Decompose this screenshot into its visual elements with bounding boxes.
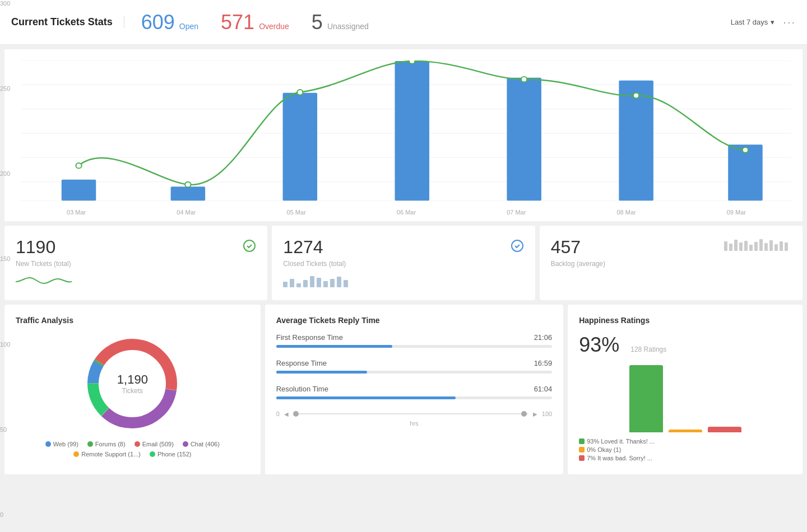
response-time-bar-bg	[276, 371, 552, 374]
reply-time-card: Average Tickets Reply Time First Respons…	[265, 305, 563, 474]
unassigned-stat: 5 Unassigned	[312, 11, 369, 34]
legend-web: Web (99)	[45, 441, 78, 447]
closed-tickets-label: Closed Tickets (total)	[283, 260, 346, 268]
legend-email: Email (509)	[134, 441, 174, 447]
time-filter[interactable]: Last 7 days ▾	[731, 18, 775, 26]
resolution-time-bar-fill	[276, 396, 456, 399]
chart-section: 300 250 200 150 100 50 0	[4, 49, 803, 221]
response-time-row: Response Time 16:59	[276, 359, 552, 374]
backlog-label: Backlog (average)	[551, 260, 605, 268]
svg-rect-21	[317, 278, 321, 287]
legend-loved: 93% Loved it. Thanks! ...	[579, 438, 791, 445]
donut-center: 1,190 Tickets	[117, 372, 148, 395]
svg-rect-37	[780, 241, 783, 251]
first-response-bar-fill	[276, 345, 392, 348]
svg-rect-23	[330, 279, 335, 287]
legend-email-dot	[134, 441, 140, 447]
resolution-time-row: Resolution Time 61:04	[276, 385, 552, 399]
svg-rect-11	[507, 78, 541, 201]
unassigned-label: Unassigned	[327, 22, 369, 31]
legend-bad: 7% It was bad. Sorry! ...	[579, 455, 791, 461]
slider-unit-label: hrs	[276, 420, 552, 427]
svg-rect-18	[296, 283, 301, 287]
svg-rect-29	[739, 242, 743, 251]
chart-dot-5	[521, 77, 527, 82]
slider-min-label: 0	[276, 410, 280, 417]
svg-rect-22	[323, 281, 328, 287]
legend-loved-square	[579, 438, 585, 444]
happiness-bar-red	[708, 427, 741, 432]
new-tickets-number: 1190	[16, 237, 71, 258]
slider-thumb-left[interactable]	[293, 411, 299, 417]
donut-container: 1,190 Tickets Web (99) Forums (8)	[16, 333, 249, 458]
right-arrow-icon: ▶	[533, 411, 537, 417]
legend-phone: Phone (152)	[150, 451, 192, 458]
legend-chat: Chat (406)	[183, 441, 220, 447]
legend-forums-dot	[87, 441, 93, 447]
happiness-header: 93% 128 Ratings	[579, 333, 791, 357]
page-title: Current Tickets Stats	[11, 16, 124, 28]
chart-dot-1	[76, 163, 81, 169]
chart-dot-3	[297, 90, 303, 95]
chart-dot-7	[743, 147, 748, 153]
svg-rect-31	[749, 245, 753, 251]
legend-remote-dot	[73, 451, 79, 457]
slider-track[interactable]	[293, 413, 528, 414]
open-number: 609	[141, 11, 175, 34]
svg-rect-19	[303, 280, 308, 287]
unassigned-number: 5	[312, 11, 323, 34]
svg-rect-9	[283, 93, 318, 201]
backlog-sparkline-icon	[724, 237, 791, 253]
svg-rect-10	[395, 61, 429, 200]
overdue-label: Overdue	[259, 22, 289, 31]
legend-okay-square	[579, 447, 585, 452]
happiness-legend: 93% Loved it. Thanks! ... 0% Okay (1) 7%…	[579, 438, 791, 461]
svg-rect-17	[290, 279, 294, 287]
first-response-bar-bg	[276, 345, 552, 348]
traffic-card: Traffic Analysis	[4, 305, 261, 474]
chart-dot-2	[185, 182, 191, 188]
legend-bad-square	[579, 455, 585, 461]
reply-time-title: Average Tickets Reply Time	[276, 316, 552, 325]
traffic-title: Traffic Analysis	[16, 316, 249, 325]
overdue-number: 571	[221, 11, 254, 34]
backlog-card: 457 Backlog (average)	[540, 226, 803, 300]
svg-rect-34	[764, 243, 768, 251]
svg-rect-33	[759, 239, 763, 251]
slider-thumb-right[interactable]	[521, 411, 527, 417]
legend-forums: Forums (8)	[87, 441, 126, 447]
new-tickets-label: New Tickets (total)	[16, 260, 71, 268]
svg-rect-28	[734, 240, 738, 251]
svg-rect-35	[769, 240, 773, 251]
header-right: Last 7 days ▾ ···	[731, 16, 796, 29]
y-axis-labels: 300 250 200 150 100 50 0	[0, 0, 20, 532]
chart-area: 03 Mar 04 Mar 05 Mar 06 Mar 07 Mar 08 Ma…	[21, 60, 791, 216]
svg-rect-36	[774, 244, 778, 251]
chart-dot-4	[409, 60, 415, 64]
resolution-time-value: 61:04	[534, 385, 553, 393]
svg-rect-38	[785, 242, 788, 251]
svg-point-14	[244, 240, 255, 251]
new-tickets-card: 1190 New Tickets (total)	[4, 226, 267, 300]
metric-cards: 1190 New Tickets (total) 1274 Closed Tic…	[4, 226, 803, 300]
happiness-bar-yellow	[669, 430, 702, 432]
resolution-time-name: Resolution Time	[276, 385, 328, 393]
svg-rect-25	[344, 280, 348, 287]
legend-phone-dot	[150, 451, 155, 457]
slider-max-label: 100	[542, 410, 552, 417]
svg-rect-7	[62, 180, 96, 201]
happiness-card: Happiness Ratings 93% 128 Ratings 93% Lo…	[568, 305, 803, 474]
backlog-number: 457	[551, 237, 605, 258]
header-stats: 609 Open 571 Overdue 5 Unassigned	[124, 11, 731, 34]
overdue-stat: 571 Overdue	[221, 11, 289, 34]
response-time-bar-fill	[276, 371, 368, 374]
happiness-bar-green	[629, 365, 663, 432]
resolution-time-bar-bg	[276, 396, 552, 399]
check-circle-blue-icon	[511, 239, 524, 254]
legend-remote: Remote Support (1...)	[73, 451, 141, 458]
svg-rect-8	[171, 186, 206, 200]
check-circle-icon	[243, 239, 256, 255]
first-response-value: 21:06	[534, 333, 553, 342]
more-options-button[interactable]: ···	[783, 16, 796, 29]
svg-point-15	[512, 240, 523, 251]
